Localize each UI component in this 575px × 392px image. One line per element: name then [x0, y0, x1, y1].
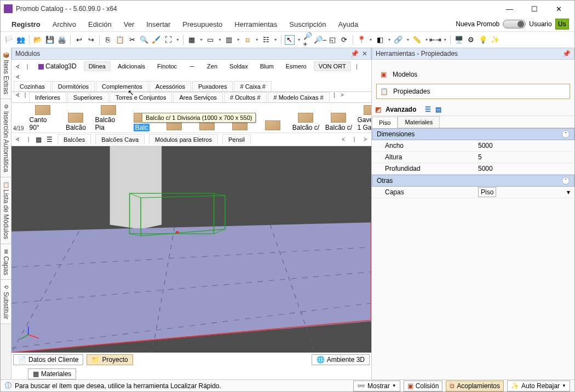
- nav-finotoc[interactable]: Finotoc: [152, 61, 182, 71]
- zoom-in-icon[interactable]: 🔎+: [303, 35, 313, 45]
- subnav-left[interactable]: ∢: [14, 92, 21, 102]
- tab-ocultos[interactable]: # Ocultos #: [224, 92, 267, 102]
- location-icon[interactable]: 📍: [357, 35, 366, 45]
- tool-cut-icon[interactable]: ✂: [127, 35, 137, 45]
- btn-colision[interactable]: ▣Colisión: [404, 381, 443, 391]
- nav-vonort[interactable]: VON ORT: [314, 61, 351, 71]
- tab-datos-cliente[interactable]: 📄Datos del Cliente: [13, 354, 83, 365]
- btn-auto-rebajar[interactable]: ✨Auto Rebajar▼: [507, 381, 570, 391]
- tab-modelo[interactable]: # Modelo Caixas #: [268, 92, 330, 102]
- nav-soldax[interactable]: Soldax: [225, 61, 253, 71]
- nav-right[interactable]: ∢: [14, 74, 21, 80]
- group-otras[interactable]: Otras ˆ: [372, 175, 574, 187]
- btn-mostrar[interactable]: 👓Mostrar▼: [353, 381, 400, 391]
- prop-tab-piso[interactable]: Piso: [372, 117, 398, 128]
- orbit-icon[interactable]: ⟳: [340, 35, 349, 45]
- row-modelos[interactable]: ▣ Modelos: [376, 68, 570, 80]
- row-ancho[interactable]: Ancho5000: [372, 140, 574, 152]
- nav-zen[interactable]: Zen: [202, 61, 222, 71]
- side-tab-auto[interactable]: ⚙Inserción Automática: [1, 99, 11, 177]
- tab-acessorios[interactable]: Acessórios: [150, 81, 191, 91]
- thumb-item[interactable]: Balcão c/: [325, 113, 352, 131]
- thumb-item[interactable]: Balcão: [62, 113, 89, 131]
- row-capas[interactable]: Capas Piso ▾: [372, 187, 574, 198]
- tab-area[interactable]: Area Serviços: [173, 92, 222, 102]
- subnav-right[interactable]: >: [338, 92, 346, 102]
- zoom-region-icon[interactable]: ◱: [327, 35, 337, 45]
- sub2-balcoes[interactable]: Balcões: [58, 134, 91, 145]
- tool-paste-icon[interactable]: 📋: [115, 35, 125, 45]
- nav-dlinea[interactable]: Dlinea: [84, 61, 111, 71]
- thumb-item[interactable]: Balcão Pia: [95, 105, 122, 131]
- group-dimensiones[interactable]: Dimensiones ˆ: [372, 128, 574, 140]
- menu-ayuda[interactable]: Ayuda: [333, 18, 364, 31]
- list-view-icon[interactable]: ☰: [47, 136, 54, 143]
- builder-icon[interactable]: ⧈: [243, 35, 252, 45]
- row-avanzado[interactable]: ◩ Avanzado ☰ ▤: [372, 103, 574, 116]
- tool-open-icon[interactable]: 📂: [33, 35, 43, 45]
- light-icon[interactable]: 💡: [478, 35, 488, 45]
- ruler-icon[interactable]: 📏: [412, 35, 422, 45]
- view-icon-2[interactable]: ▤: [435, 106, 441, 113]
- close-button[interactable]: ✕: [547, 1, 571, 16]
- menu-edicion[interactable]: Edición: [83, 18, 117, 31]
- columns-icon[interactable]: ☷: [261, 35, 271, 45]
- tab-torres[interactable]: Torres e Conjuntos: [110, 92, 172, 102]
- sub2-cava[interactable]: Balcões Cava: [95, 134, 145, 145]
- thumb-item[interactable]: Balcão c/: [292, 113, 319, 131]
- tool-save-icon[interactable]: 💾: [45, 35, 55, 45]
- box-config-icon[interactable]: ▦: [187, 35, 197, 45]
- capas-select[interactable]: Piso ▾: [478, 187, 496, 197]
- search-icon[interactable]: 🔍: [139, 35, 149, 45]
- tab-ambiente[interactable]: 🌐Ambiente 3D: [312, 354, 370, 365]
- wand-icon[interactable]: ✨: [490, 35, 500, 45]
- tab-inferiores[interactable]: Inferiores: [29, 92, 66, 102]
- grid-view-icon[interactable]: ▦: [36, 136, 43, 143]
- side-tab-itens[interactable]: 📦Itens Extras: [1, 48, 11, 99]
- row-altura[interactable]: Altura5: [372, 152, 574, 163]
- tab-puxadores[interactable]: Puxadores: [192, 81, 233, 91]
- sub2-right2[interactable]: >: [361, 136, 369, 142]
- stack-icon[interactable]: ▥: [224, 35, 234, 45]
- undo-icon[interactable]: ↩: [74, 35, 84, 45]
- tool-flag-icon[interactable]: 🏳️: [4, 35, 14, 45]
- collapse-icon[interactable]: ˆ: [562, 130, 570, 138]
- maximize-button[interactable]: ☐: [522, 1, 547, 16]
- thumb-item[interactable]: [259, 120, 286, 131]
- tab-cozinhas[interactable]: Cozinhas: [14, 81, 51, 91]
- side-tab-lista[interactable]: 📋Lista de Módulos: [1, 177, 11, 244]
- tool-print-icon[interactable]: 🖨️: [57, 35, 67, 45]
- menu-suscripcion[interactable]: Suscripción: [284, 18, 331, 31]
- prop-tab-materiales[interactable]: Materiales: [398, 116, 440, 128]
- menu-archivo[interactable]: Archivo: [47, 18, 82, 31]
- sub2-eletros[interactable]: Módulos para Eletros: [149, 134, 218, 145]
- side-tab-substituir[interactable]: ⟲Substituir: [1, 280, 11, 324]
- catalog-chip[interactable]: Catalog3D: [33, 61, 82, 72]
- nav-esmero[interactable]: Esmero: [281, 61, 312, 71]
- thumb-item[interactable]: Canto 90°: [29, 105, 56, 131]
- tool-people-icon[interactable]: 👥: [16, 35, 26, 45]
- viewport-3d[interactable]: [12, 146, 371, 353]
- tab-caixa[interactable]: # Caixa #: [234, 81, 271, 91]
- close-panel-icon[interactable]: ✕: [362, 50, 367, 57]
- nav-left[interactable]: ∢: [14, 64, 21, 70]
- btn-acoplamientos[interactable]: ⧉Acoplamientos: [446, 381, 504, 391]
- nav-adicionais[interactable]: Adicionais: [113, 61, 150, 71]
- collapse-icon[interactable]: ˆ: [562, 177, 570, 185]
- menu-presupuesto[interactable]: Presupuesto: [177, 18, 228, 31]
- tab-proyecto[interactable]: 📁Proyecto: [87, 354, 133, 365]
- tab-complementos[interactable]: Complementos: [96, 81, 148, 91]
- tool-fit-icon[interactable]: ⛶: [163, 35, 173, 45]
- zoom-out-icon[interactable]: 🔎–: [315, 35, 325, 45]
- link-icon[interactable]: 🔗: [393, 35, 403, 45]
- tab-superiores[interactable]: Superiores: [67, 92, 108, 102]
- sub2-left[interactable]: ∢: [14, 136, 21, 142]
- menu-insertar[interactable]: Insertar: [141, 18, 176, 31]
- gear-icon[interactable]: ⚙: [466, 35, 476, 45]
- menu-ver[interactable]: Ver: [118, 18, 140, 31]
- tool-copy-icon[interactable]: ⎘: [103, 35, 113, 45]
- side-tab-capas[interactable]: ≣Capas: [1, 244, 11, 280]
- menu-registro[interactable]: Registro: [6, 18, 46, 31]
- brush-icon[interactable]: 🖌️: [151, 35, 161, 45]
- tab-materiales-bottom[interactable]: ▦Materiales: [28, 368, 76, 379]
